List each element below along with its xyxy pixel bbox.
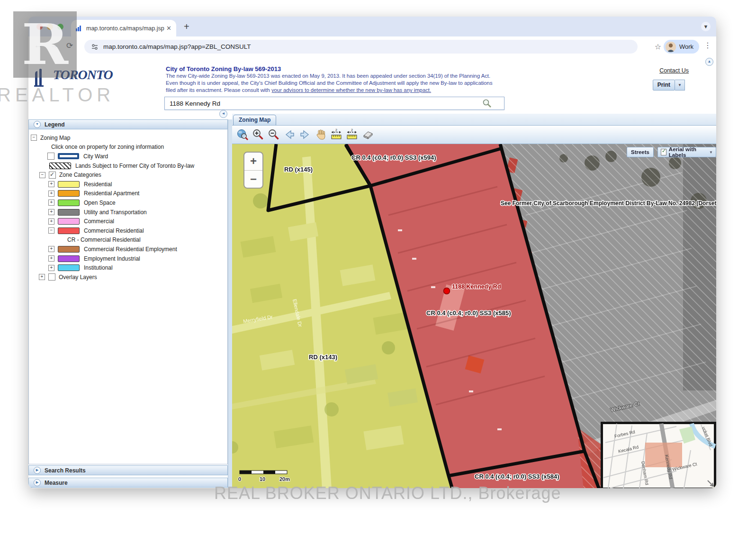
window-zoom-button[interactable] [57,24,63,30]
measure-area-icon[interactable]: 2 [345,128,359,141]
tree-label-commercial: Commercial [84,218,114,225]
measure-distance-icon[interactable]: 2 [330,128,343,141]
zoom-in-icon[interactable] [252,128,265,141]
tree-expand-open-space[interactable] [48,199,54,206]
reload-icon[interactable]: ⟳ [66,41,73,51]
tree-label-zoning-map: Zoning Map [40,135,70,141]
tree-collapse-zoning-map[interactable] [31,135,37,141]
tree-label-residential-apartment: Residential Apartment [84,190,139,197]
tree-expand-residential[interactable] [48,181,54,187]
tree-label-utility: Utility and Transportation [84,209,147,216]
tree-collapse-commercial-residential[interactable] [48,227,54,234]
address-marker-dot [444,288,450,294]
profile-label: Work [679,43,693,50]
tree-label-open-space: Open Space [84,199,116,206]
page-title: City of Toronto Zoning By-law 569-2013 [166,65,281,73]
window-minimize-button[interactable] [47,24,53,30]
tree-label-institutional: Institutional [84,264,113,271]
header-collapse-icon[interactable]: ▲ [705,58,713,66]
map-tab-row: Zoning Map [232,114,716,126]
eraser-icon[interactable] [361,128,374,141]
institutional-swatch [58,264,80,271]
overview-inset-map[interactable]: Forbes Rd Kecala Rd Denham Rd Kennedy Rd… [602,423,716,489]
aerial-dropdown-icon[interactable]: ▼ [709,150,713,154]
tree-expand-cre[interactable] [48,246,54,252]
city-ward-checkbox[interactable] [47,153,54,160]
aerial-basemap-toggle[interactable]: Aerial with Labels ▼ [657,147,716,157]
zone-categories-checkbox[interactable] [49,172,56,179]
map-zoom-in-button[interactable]: + [244,153,262,171]
browser-tab[interactable]: map.toronto.ca/maps/map.jsp ✕ [71,20,176,36]
address-search-box [164,97,504,110]
profile-chip[interactable]: Work [664,40,699,54]
next-extent-icon[interactable] [298,128,312,141]
cre-swatch [58,246,80,253]
aerial-checkbox[interactable] [661,149,666,155]
residential-swatch [58,181,80,188]
search-results-expand-icon[interactable]: ▶ [34,467,41,474]
zoom-out-icon[interactable] [267,128,280,141]
print-dropdown-arrow[interactable]: ▼ [675,80,685,91]
zone-label-cr585: CR 0.4 (c0.4; r0.0) SS3 (x585) [426,309,511,317]
measure-panel-header[interactable]: ▶ Measure [28,478,228,488]
tree-expand-commercial[interactable] [48,218,54,225]
overlay-layers-checkbox[interactable] [48,273,55,281]
browser-tab-strip: map.toronto.ca/maps/map.jsp ✕ + ▼ [28,17,716,36]
residential-apartment-swatch [58,190,80,197]
forward-icon[interactable]: → [50,41,58,50]
address-bar[interactable]: map.toronto.ca/maps/map.jsp?app=ZBL_CONS… [84,40,638,54]
browser-menu-icon[interactable]: ⋮ [704,41,711,50]
map-zoom-control: + − [243,152,263,189]
window-close-button[interactable] [36,24,43,30]
commercial-residential-swatch [58,227,80,234]
zone-label-scarborough-note: See Former City of Scarborough Employmen… [501,200,716,207]
previous-extent-icon[interactable] [283,128,296,141]
tab-search-chevron-icon[interactable]: ▼ [701,22,711,31]
search-results-panel-header[interactable]: ▶ Search Results [28,465,228,475]
new-tab-button[interactable]: + [184,21,189,32]
tree-collapse-zone-categories[interactable] [39,172,45,178]
tree-label-cr-sub: CR - Commercial Residential [67,236,141,243]
map-zoom-out-button[interactable]: − [244,171,262,188]
bookmark-star-icon[interactable]: ☆ [655,42,661,51]
zone-label-rd143: RD (x143) [309,354,337,361]
legend-collapse-icon[interactable]: ▼ [34,121,41,128]
aerial-label: Aerial with Labels [669,146,707,158]
employment-industrial-swatch [58,255,80,262]
browser-toolbar: ← → ⟳ map.toronto.ca/maps/map.jsp?app=ZB… [28,36,716,57]
toronto-logo-text: TORONTO [53,67,113,82]
svg-text:10: 10 [260,476,265,482]
bylaw-notice-text: The new City-wide Zoning By-law 569-2013… [166,73,501,94]
sidebar-collapse-icon[interactable]: ◄ [219,110,227,118]
tab-zoning-map[interactable]: Zoning Map [233,115,276,125]
tree-label-residential: Residential [84,181,112,188]
measure-expand-icon[interactable]: ▶ [34,479,41,486]
pan-icon[interactable] [314,128,327,141]
tab-close-icon[interactable]: ✕ [165,25,172,32]
site-favicon-icon [75,25,82,32]
tree-expand-institutional[interactable] [48,265,54,271]
site-settings-icon[interactable] [91,43,99,51]
basemap-control: Streets Aerial with Labels ▼ [627,147,716,157]
legend-header[interactable]: ▼ Legend [28,119,228,129]
tab-title: map.toronto.ca/maps/map.jsp [86,25,165,32]
tree-expand-residential-apartment[interactable] [48,190,54,197]
address-search-input[interactable] [165,100,482,107]
tree-expand-employment-industrial[interactable] [48,255,54,262]
tree-expand-overlay-layers[interactable] [39,274,45,280]
tree-label-city-ward: City Ward [83,153,108,160]
search-icon[interactable] [482,99,492,108]
tree-expand-utility[interactable] [48,209,54,215]
tree-label-commercial-residential: Commercial Residential [84,227,144,234]
contact-us-link[interactable]: Contact Us [659,67,689,74]
commercial-swatch [58,218,80,225]
url-text: map.toronto.ca/maps/map.jsp?app=ZBL_CONS… [103,43,251,50]
print-button[interactable]: Print [653,80,675,91]
back-icon[interactable]: ← [34,41,42,50]
map-column: Zoning Map [232,114,716,488]
zoom-full-extent-icon[interactable] [236,128,249,141]
map-viewport[interactable]: Merryfield Dr Ellendale Dr Wickware Ct R… [232,144,716,488]
streets-basemap-button[interactable]: Streets [627,147,654,157]
zoning-map-canvas[interactable]: Merryfield Dr Ellendale Dr Wickware Ct R… [232,144,716,488]
layer-tree: Zoning Map Click once on property for zo… [28,129,228,464]
